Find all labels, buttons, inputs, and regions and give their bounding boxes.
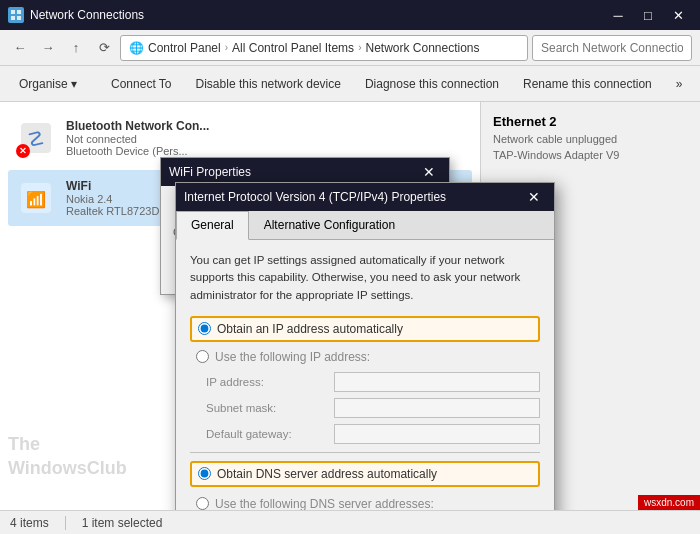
tcpip-title-bar: Internet Protocol Version 4 (TCP/IPv4) P… <box>176 183 554 211</box>
separator <box>190 452 540 453</box>
status-bar: 4 items 1 item selected <box>0 510 700 534</box>
tcpip-close-button[interactable]: ✕ <box>522 186 546 208</box>
diagnose-button[interactable]: Diagnose this connection <box>354 70 510 98</box>
right-conn-title: Ethernet 2 <box>493 114 688 129</box>
svg-rect-2 <box>11 16 15 20</box>
ip-fields: IP address: Subnet mask: Default gateway… <box>206 372 540 444</box>
bluetooth-conn-name: Bluetooth Network Con... <box>66 119 464 133</box>
ip-address-row: IP address: <box>206 372 540 392</box>
status-sep <box>65 516 66 530</box>
svg-text:☡: ☡ <box>27 128 45 150</box>
wifi-dialog-title: WiFi Properties <box>169 165 417 179</box>
title-bar: Network Connections ─ □ ✕ <box>0 0 700 30</box>
auto-dns-label[interactable]: Obtain DNS server address automatically <box>217 467 437 481</box>
manual-dns-option[interactable]: Use the following DNS server addresses: <box>190 493 540 510</box>
bluetooth-conn-status: Not connected <box>66 133 464 145</box>
path-network-connections: Network Connections <box>365 41 479 55</box>
tcpip-tab-general[interactable]: General <box>176 211 249 240</box>
item-count: 4 items <box>10 516 49 530</box>
window-controls: ─ □ ✕ <box>604 4 692 26</box>
subnet-mask-label: Subnet mask: <box>206 402 326 414</box>
tcpip-body: You can get IP settings assigned automat… <box>176 240 554 510</box>
path-control-panel: Control Panel <box>148 41 221 55</box>
main-window: Network Connections ─ □ ✕ ← → ↑ ⟳ 🌐 Cont… <box>0 0 700 534</box>
svg-rect-0 <box>11 10 15 14</box>
auto-ip-option[interactable]: Obtain an IP address automatically <box>190 316 540 342</box>
maximize-button[interactable]: □ <box>634 4 662 26</box>
manual-ip-radio[interactable] <box>196 350 209 363</box>
forward-button[interactable]: → <box>36 36 60 60</box>
window-title: Network Connections <box>30 8 604 22</box>
minimize-button[interactable]: ─ <box>604 4 632 26</box>
path-sep1: › <box>225 42 228 53</box>
path-sep2: › <box>358 42 361 53</box>
address-path[interactable]: 🌐 Control Panel › All Control Panel Item… <box>120 35 528 61</box>
wifi-dialog-close-button[interactable]: ✕ <box>417 161 441 183</box>
default-gateway-label: Default gateway: <box>206 428 326 440</box>
subnet-mask-input[interactable] <box>334 398 540 418</box>
app-icon <box>8 7 24 23</box>
svg-text:📶: 📶 <box>26 190 46 209</box>
bluetooth-conn-info: Bluetooth Network Con... Not connected B… <box>66 119 464 157</box>
address-bar: ← → ↑ ⟳ 🌐 Control Panel › All Control Pa… <box>0 30 700 66</box>
tcpip-description: You can get IP settings assigned automat… <box>190 252 540 304</box>
search-input[interactable] <box>532 35 692 61</box>
refresh-button[interactable]: ⟳ <box>92 36 116 60</box>
auto-dns-option[interactable]: Obtain DNS server address automatically <box>190 461 540 487</box>
disconnected-badge: ✕ <box>16 144 30 158</box>
tcpip-dialog-title: Internet Protocol Version 4 (TCP/IPv4) P… <box>184 190 522 204</box>
toolbar: Organise ▾ Connect To Disable this netwo… <box>0 66 700 102</box>
selected-count: 1 item selected <box>82 516 163 530</box>
path-all-items: All Control Panel Items <box>232 41 354 55</box>
svg-rect-1 <box>17 10 21 14</box>
svg-rect-3 <box>17 16 21 20</box>
auto-ip-radio[interactable] <box>198 322 211 335</box>
back-button[interactable]: ← <box>8 36 32 60</box>
rename-button[interactable]: Rename this connection <box>512 70 663 98</box>
path-icon: 🌐 <box>129 41 144 55</box>
bluetooth-conn-device: Bluetooth Device (Pers... <box>66 145 464 157</box>
auto-ip-label[interactable]: Obtain an IP address automatically <box>217 322 403 336</box>
ip-address-input[interactable] <box>334 372 540 392</box>
right-conn-device: TAP-Windows Adapter V9 <box>493 149 688 161</box>
content-area: ☡ ✕ Bluetooth Network Con... Not connect… <box>0 102 700 510</box>
tcpip-tab-alternative[interactable]: Alternative Configuration <box>249 211 410 239</box>
tcpip-tabs: General Alternative Configuration <box>176 211 554 240</box>
tcpip-dialog: Internet Protocol Version 4 (TCP/IPv4) P… <box>175 182 555 510</box>
connect-to-button[interactable]: Connect To <box>100 70 183 98</box>
disable-button[interactable]: Disable this network device <box>185 70 352 98</box>
up-button[interactable]: ↑ <box>64 36 88 60</box>
subnet-mask-row: Subnet mask: <box>206 398 540 418</box>
manual-dns-label[interactable]: Use the following DNS server addresses: <box>215 497 434 510</box>
manual-dns-radio[interactable] <box>196 497 209 510</box>
wifi-icon-container: 📶 <box>16 178 56 218</box>
ip-address-label: IP address: <box>206 376 326 388</box>
default-gateway-input[interactable] <box>334 424 540 444</box>
auto-dns-radio[interactable] <box>198 467 211 480</box>
default-gateway-row: Default gateway: <box>206 424 540 444</box>
manual-ip-label[interactable]: Use the following IP address: <box>215 350 370 364</box>
organise-button[interactable]: Organise ▾ <box>8 70 88 98</box>
manual-ip-option[interactable]: Use the following IP address: <box>190 346 540 368</box>
wifi-icon: 📶 <box>16 178 56 218</box>
right-conn-status: Network cable unplugged <box>493 133 688 145</box>
close-button[interactable]: ✕ <box>664 4 692 26</box>
wsxdn-watermark: wsxdn.com <box>638 495 700 510</box>
bluetooth-icon-container: ☡ ✕ <box>16 118 56 158</box>
more-button[interactable]: » <box>665 70 694 98</box>
